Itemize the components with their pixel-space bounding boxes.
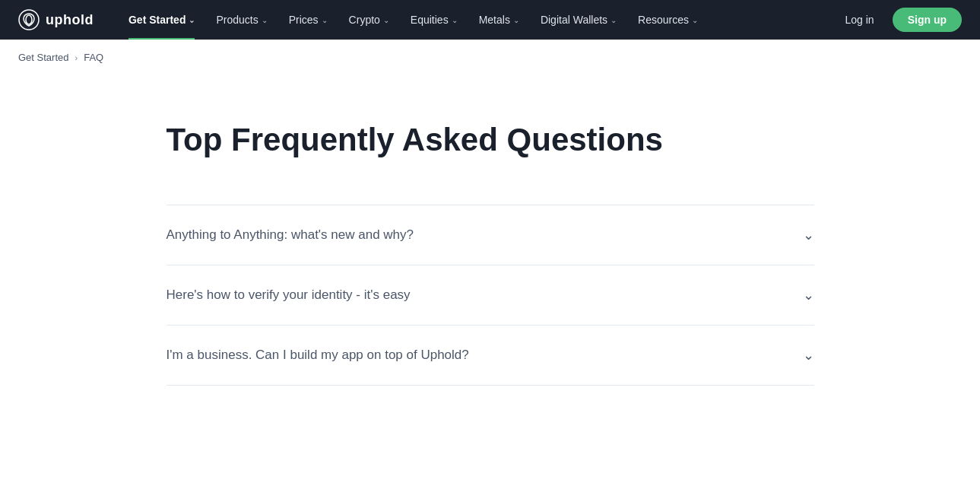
chevron-down-icon: ⌄ [513,16,519,24]
breadcrumb-current: FAQ [84,52,103,63]
nav-links: Get Started ⌄ Products ⌄ Prices ⌄ Crypto… [118,0,836,40]
logo-text: uphold [46,12,94,28]
login-button[interactable]: Log in [836,9,883,30]
faq-question-2: Here's how to verify your identity - it'… [167,287,803,303]
chevron-down-icon-1: ⌄ [803,227,814,243]
nav-item-equities[interactable]: Equities ⌄ [400,0,468,40]
svg-point-1 [26,15,32,24]
nav-item-prices[interactable]: Prices ⌄ [278,0,338,40]
nav-item-resources[interactable]: Resources ⌄ [627,0,709,40]
logo-link[interactable]: uphold [18,9,94,30]
chevron-down-icon-3: ⌄ [803,347,814,364]
signup-button[interactable]: Sign up [893,8,962,32]
chevron-down-icon: ⌄ [692,16,698,24]
nav-item-digital-wallets[interactable]: Digital Wallets ⌄ [530,0,627,40]
nav-auth: Log in Sign up [836,8,962,32]
chevron-down-icon: ⌄ [452,16,458,24]
chevron-down-icon: ⌄ [262,16,268,24]
nav-item-crypto[interactable]: Crypto ⌄ [338,0,400,40]
logo-icon [18,9,40,30]
breadcrumb-separator: › [75,53,78,62]
faq-question-1: Anything to Anything: what's new and why… [167,227,803,243]
nav-item-products[interactable]: Products ⌄ [205,0,278,40]
chevron-down-icon-2: ⌄ [803,287,814,303]
main-content: Top Frequently Asked Questions Anything … [148,75,833,416]
page-title: Top Frequently Asked Questions [167,121,814,159]
svg-point-0 [19,10,39,30]
breadcrumb-parent-link[interactable]: Get Started [18,52,68,63]
faq-item-2[interactable]: Here's how to verify your identity - it'… [167,265,814,325]
breadcrumb: Get Started › FAQ [0,40,980,75]
nav-item-get-started[interactable]: Get Started ⌄ [118,0,205,40]
faq-item-1[interactable]: Anything to Anything: what's new and why… [167,205,814,265]
chevron-down-icon: ⌄ [322,16,328,24]
chevron-down-icon: ⌄ [611,16,617,24]
faq-item-3[interactable]: I'm a business. Can I build my app on to… [167,325,814,386]
chevron-down-icon: ⌄ [189,16,195,24]
faq-question-3: I'm a business. Can I build my app on to… [167,348,803,363]
chevron-down-icon: ⌄ [383,16,389,24]
nav-item-metals[interactable]: Metals ⌄ [468,0,530,40]
faq-list: Anything to Anything: what's new and why… [167,205,814,386]
navbar: uphold Get Started ⌄ Products ⌄ Prices ⌄… [0,0,980,40]
